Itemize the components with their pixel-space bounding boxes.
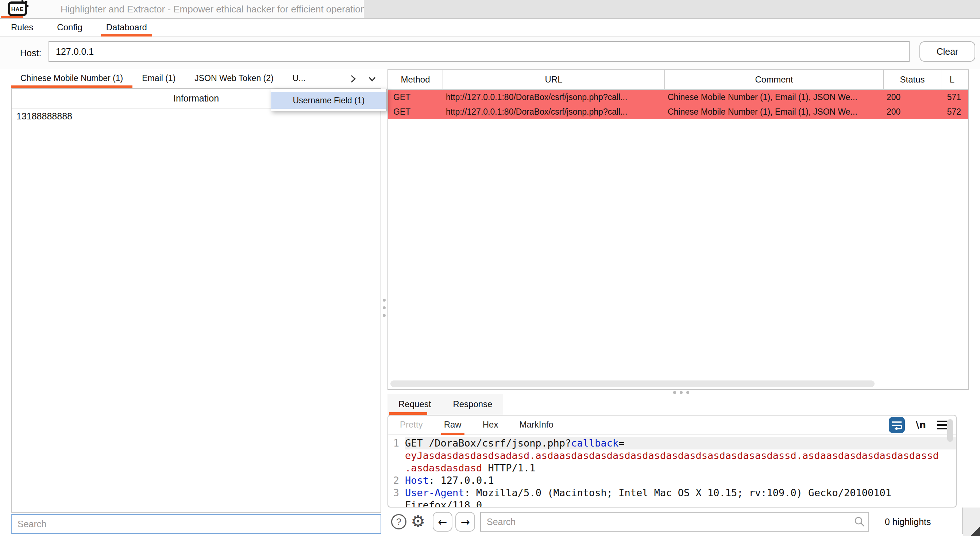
dropdown-item-username-field[interactable]: Username Field (1) (271, 92, 387, 109)
previous-match-button[interactable]: ← (433, 512, 452, 531)
horizontal-splitter-handle[interactable] (673, 391, 689, 394)
cell-method: GET (388, 104, 443, 119)
scroll-tabs-right-button[interactable] (348, 73, 358, 85)
main-tab-bar: Rules Config Databoard (0, 19, 980, 37)
tab-email[interactable]: Email (1) (132, 69, 185, 88)
tab-rules-label: Rules (11, 22, 33, 32)
arrow-left-icon: ← (438, 515, 447, 528)
subtab-markinfo[interactable]: MarkInfo (519, 415, 553, 435)
tab-request[interactable]: Request (388, 394, 442, 415)
tab-config[interactable]: Config (57, 19, 82, 37)
subtab-hex[interactable]: Hex (483, 415, 498, 435)
tab-username-field-truncated[interactable]: U... (283, 69, 315, 88)
active-extension-underline (1, 16, 23, 18)
column-header-comment[interactable]: Comment (665, 70, 884, 89)
line-number: 2 (388, 474, 405, 487)
resize-grip-icon[interactable] (970, 526, 980, 536)
editor-search-input[interactable] (480, 512, 869, 531)
cell-status: 200 (884, 104, 941, 119)
column-header-method[interactable]: Method (388, 70, 443, 89)
word-wrap-button[interactable] (889, 417, 905, 433)
data-type-tab-bar: Chinese Mobile Number (1) Email (1) JSON… (11, 69, 381, 88)
hae-logo-text: HAE (11, 6, 24, 12)
cell-comment: Chinese Mobile Number (1), Email (1), JS… (665, 104, 884, 119)
requests-table: Method URL Comment Status L GET http://1… (388, 69, 969, 390)
tab-label: U... (293, 73, 306, 83)
vertical-splitter-handle[interactable] (383, 299, 386, 317)
show-newlines-button[interactable]: \n (916, 420, 926, 431)
cell-length: 571 (941, 90, 963, 104)
table-row[interactable]: GET http://127.0.0.1:80/DoraBox/csrf/jso… (388, 104, 968, 119)
cell-comment: Chinese Mobile Number (1), Email (1), JS… (665, 90, 884, 104)
host-input[interactable] (49, 41, 910, 62)
subtab-pretty[interactable]: Pretty (400, 415, 423, 435)
tab-config-label: Config (57, 22, 82, 32)
gear-icon: ⚙ (411, 512, 425, 531)
menu-icon (937, 421, 948, 422)
help-button[interactable]: ? (391, 514, 406, 530)
tab-databoard[interactable]: Databoard (106, 19, 147, 37)
extension-tab-strip: HAE Highlighter and Extractor - Empower … (0, 0, 980, 19)
editor-view-tab-bar: Pretty Raw Hex MarkInfo \n (388, 415, 956, 435)
extension-title: Highlighter and Extractor - Empower ethi… (60, 0, 370, 18)
tab-rules[interactable]: Rules (11, 19, 33, 37)
tab-strip-background (364, 0, 980, 18)
tab-overflow-controls (348, 73, 381, 85)
arrow-right-icon: → (460, 515, 469, 528)
tab-label: Email (1) (142, 73, 175, 83)
tab-databoard-label: Databoard (106, 22, 147, 32)
host-label: Host: (20, 37, 41, 69)
requests-table-header: Method URL Comment Status L (388, 70, 968, 90)
chevron-down-icon (367, 75, 378, 83)
code-line: 2 Host: 127.0.0.1 (388, 474, 956, 487)
search-icon (854, 516, 865, 528)
tab-label: Chinese Mobile Number (1) (21, 73, 123, 83)
column-header-length[interactable]: L (941, 70, 963, 89)
table-row[interactable]: GET http://127.0.0.1:80/DoraBox/csrf/jso… (388, 90, 968, 104)
next-match-button[interactable]: → (455, 512, 475, 531)
word-wrap-icon (891, 420, 902, 430)
request-raw-view[interactable]: 1 GET /DoraBox/csrf/jsonp.php?callback= … (388, 435, 956, 507)
code-line: eyJasdasdasdasdsadasd.asdaasdasdasdasdas… (388, 450, 956, 462)
editor-menu-button[interactable] (937, 421, 948, 429)
cell-method: GET (388, 90, 443, 104)
code-line: Firefox/118.0 (388, 499, 956, 507)
editor-toolbar-icons: \n (889, 417, 956, 433)
tab-chinese-mobile-number[interactable]: Chinese Mobile Number (1) (11, 69, 132, 88)
hae-logo-icon: HAE (8, 2, 27, 16)
code-line: 3 User-Agent: Mozilla/5.0 (Macintosh; In… (388, 487, 956, 499)
settings-button[interactable]: ⚙ (411, 512, 425, 531)
tab-response-label: Response (453, 399, 492, 409)
hae-extension-tab[interactable]: HAE Highlighter and Extractor - Empower … (0, 0, 364, 18)
tab-response[interactable]: Response (442, 394, 503, 415)
line-number: 3 (388, 487, 405, 499)
column-header-url[interactable]: URL (443, 70, 665, 89)
cell-url: http://127.0.0.1:80/DoraBox/csrf/jsonp.p… (443, 104, 665, 119)
tab-list-dropdown-button[interactable] (366, 74, 379, 84)
tab-json-web-token[interactable]: JSON Web Token (2) (185, 69, 283, 88)
hae-extension-window: HAE Highlighter and Extractor - Empower … (0, 0, 980, 536)
column-header-status[interactable]: Status (884, 70, 941, 89)
tab-request-label: Request (398, 399, 431, 409)
code-line: 1 GET /DoraBox/csrf/jsonp.php?callback= (388, 437, 956, 450)
subtab-raw[interactable]: Raw (444, 415, 461, 435)
editor-bottom-toolbar: ? ⚙ ← → 0 highlights (388, 507, 969, 536)
cell-length: 572 (941, 104, 963, 119)
clear-button[interactable]: Clear (920, 41, 975, 62)
cell-url: http://127.0.0.1:80/DoraBox/csrf/jsonp.p… (443, 90, 665, 104)
code-line: .asdasdasdasd HTTP/1.1 (388, 462, 956, 474)
cell-status: 200 (884, 90, 941, 104)
chevron-right-icon (349, 73, 357, 85)
horizontal-scrollbar[interactable] (390, 380, 875, 387)
tab-overflow-dropdown: Username Field (1) (271, 89, 387, 112)
information-search-input[interactable] (11, 514, 381, 534)
vertical-scrollbar[interactable] (947, 419, 953, 442)
line-number (388, 462, 405, 474)
highlights-count: 0 highlights (885, 507, 931, 536)
subtab-raw-label: Raw (444, 420, 461, 429)
question-icon: ? (396, 516, 401, 527)
line-number: 1 (388, 437, 405, 450)
message-editor-panel: Pretty Raw Hex MarkInfo \n (388, 415, 957, 507)
message-editor-tab-bar: Request Response (388, 394, 503, 415)
host-bar: Host: Clear (0, 37, 980, 69)
